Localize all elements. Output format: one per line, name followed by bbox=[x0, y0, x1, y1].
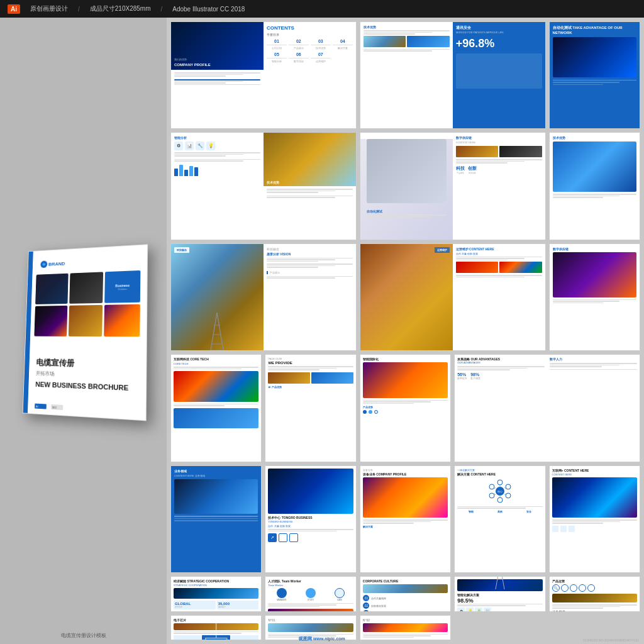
page-tech-center: 技术中心 TONGRO BUSINESS TONGRO BUSINESS 合作·… bbox=[265, 465, 356, 573]
extra-title: 技术优势 bbox=[553, 136, 636, 140]
tal-title: 人才团队 Team Worker bbox=[268, 579, 353, 583]
core-tech-inner: 互联网科技 CORE TECH CORE TECH bbox=[171, 355, 261, 461]
tal-role3: CASE bbox=[335, 588, 345, 601]
svg-text:BRAND: BRAND bbox=[48, 261, 65, 267]
tal-avatar2 bbox=[306, 588, 316, 598]
tal-lines bbox=[268, 603, 353, 608]
smart-title: 智能分析 bbox=[174, 136, 260, 140]
svg-point-18 bbox=[489, 493, 494, 498]
svg-point-17 bbox=[497, 497, 502, 502]
contents-item-1: 01 公司介绍 bbox=[267, 39, 287, 50]
dhr-lines bbox=[550, 363, 637, 370]
spread-core-tech: 互联网科技 CORE TECH CORE TECH bbox=[170, 354, 262, 462]
svg-point-16 bbox=[506, 493, 511, 498]
tower-svg bbox=[208, 313, 226, 350]
po-img bbox=[552, 594, 637, 602]
sol-inner: 一体化解决方案 解决方案 CONTENT HERE 核心 bbox=[455, 466, 545, 572]
desc-04: 解决方案 bbox=[333, 47, 353, 50]
eco-lines bbox=[174, 611, 258, 613]
iot-icon3 bbox=[569, 526, 575, 532]
int-icon4: 📡 bbox=[484, 608, 491, 613]
divider2: / bbox=[160, 6, 162, 13]
page-solution: 一体化解决方案 解决方案 CONTENT HERE 核心 bbox=[454, 465, 545, 573]
contents-item-6: 06 数字供应 bbox=[289, 52, 309, 63]
num-06: 06 bbox=[289, 52, 309, 57]
page-corporate: CORPORATE CULTURE .01 合作共赢精神 .02 创新驱动发展 … bbox=[360, 576, 451, 613]
svg-line-6 bbox=[211, 313, 217, 350]
cp2-title: 设备业务 COMPANY PROFILE bbox=[363, 472, 448, 476]
wp-inner: PAGE 01/08 WE PROVIDE AI 产品优势 bbox=[265, 355, 355, 461]
auto-img bbox=[553, 37, 636, 77]
tal-img bbox=[268, 609, 353, 612]
wp-img1 bbox=[268, 372, 310, 384]
page-economy: 经济赋能 STRATEGIC COOPERATION STRATEGIC COO… bbox=[170, 576, 262, 613]
label-software: Adobe Illustrator CC 2018 bbox=[172, 6, 245, 13]
digital-bg: 自动化测试 bbox=[360, 139, 453, 239]
sol-label: 一体化解决方案 bbox=[457, 469, 542, 472]
contents-item-4: 04 解决方案 bbox=[333, 39, 353, 50]
tc-icon3 bbox=[289, 533, 298, 542]
cover-img-dark bbox=[69, 272, 103, 304]
watermark: 昵图网 www.nipic.com bbox=[0, 636, 644, 642]
int-icon3: 🔋 bbox=[475, 608, 482, 613]
desc-07: 运营维护 bbox=[311, 60, 331, 63]
extra-lines bbox=[553, 194, 636, 198]
desc-01: 公司介绍 bbox=[267, 47, 287, 50]
percent-96: +96.8% bbox=[456, 37, 542, 50]
tech-img-1 bbox=[364, 36, 406, 47]
corp-item-01: .01 合作共赢精神 bbox=[363, 595, 448, 601]
tc-sub: TONGRO BUSINESS bbox=[268, 520, 353, 523]
page-talent: 人才团队 Team Worker Team Worker MANAGER STU… bbox=[265, 576, 356, 613]
eco-title: 经济赋能 STRATEGIC COOPERATION bbox=[174, 579, 258, 583]
spread-automation: 自动化测试 TAKE ADVANTAGE OF OUR NETWORK bbox=[549, 21, 640, 129]
dot1 bbox=[363, 410, 367, 414]
po-icon2 bbox=[561, 584, 569, 592]
cover-en-title: NEW BUSINESS BROCHURE bbox=[35, 380, 139, 393]
page-wire-full: 运营维护 bbox=[360, 244, 453, 350]
icon2: 📊 bbox=[185, 142, 194, 150]
elec-img bbox=[174, 623, 258, 630]
tal-label3: CASE bbox=[335, 599, 345, 601]
eco-sg2: 35,000 服务客户 bbox=[217, 601, 259, 609]
eco-img bbox=[174, 588, 258, 599]
iot-icon2 bbox=[560, 526, 567, 532]
n01-num: N°01 bbox=[268, 618, 353, 622]
tc-icons-row: ↗ bbox=[268, 533, 353, 542]
cover-title-area: 电缆宣传册 开拓市场 NEW BUSINESS BROCHURE bbox=[35, 358, 140, 393]
biz-img bbox=[174, 479, 258, 514]
digital-sub: CONTENT HERE bbox=[456, 141, 542, 144]
page-intelligent: 智能化解决方案 98.5% ⚙ 💡 🔋 📡 bbox=[454, 576, 545, 613]
stat-label-2: 研发创新 bbox=[468, 172, 477, 174]
nat-sub: 产品优势 bbox=[363, 406, 448, 409]
icon1: ⚙ bbox=[174, 142, 183, 150]
stat-num-2: 创新 bbox=[468, 165, 477, 172]
stat-num-1: 科技 bbox=[456, 165, 465, 172]
op-lines2 bbox=[456, 275, 542, 277]
iot-icons bbox=[552, 526, 637, 532]
page-operation-right: 运营维护 CONTENT HERE 合作·共赢·创新·发展 bbox=[453, 244, 545, 350]
cp2-lines bbox=[363, 519, 448, 524]
contents-subtitle: 手册目录 bbox=[267, 33, 353, 36]
tal-roles: MANAGER STUDY CASE bbox=[268, 588, 353, 601]
iot-img bbox=[552, 477, 637, 518]
stat-1: 科技 产品聚焦 bbox=[456, 165, 465, 174]
eco-g1-label: 合作伙伴 bbox=[175, 606, 214, 608]
smart-tower-img: 技术优势 bbox=[264, 133, 356, 186]
contents-item-7: 07 运营维护 bbox=[311, 52, 331, 63]
int-title: 智能化解决方案 bbox=[457, 593, 542, 597]
stat-2: 创新 研发创新 bbox=[468, 165, 477, 174]
contents-grid-2: 05 智能分析 06 数字供应 07 bbox=[267, 52, 353, 63]
right-panel: COMPANY PROFILE 我们的优势 CONTENTS bbox=[167, 18, 644, 644]
blue-service-page: 通讯安全 SERVICE FOR PATIENTS IMPROVE LIFE +… bbox=[453, 22, 545, 128]
page-biz-scope: 业务领域 CONTENT HERE 业务领域 bbox=[170, 465, 262, 573]
sol-stat1: 智能 bbox=[469, 510, 474, 513]
company-lines bbox=[174, 72, 260, 85]
int-icon1: ⚙ bbox=[457, 608, 465, 613]
tal-avatar3 bbox=[335, 588, 345, 598]
cover-badge-cell: Business Solution bbox=[104, 270, 140, 303]
wp-small: PAGE 01/08 bbox=[268, 357, 353, 360]
corp-num-03: .03 bbox=[363, 610, 369, 612]
page-company-profile: COMPANY PROFILE 我们的优势 bbox=[171, 22, 264, 128]
prog-wrap2: 98% 客户满意 bbox=[470, 372, 480, 380]
digital-title: 数字供应链 bbox=[456, 136, 542, 140]
